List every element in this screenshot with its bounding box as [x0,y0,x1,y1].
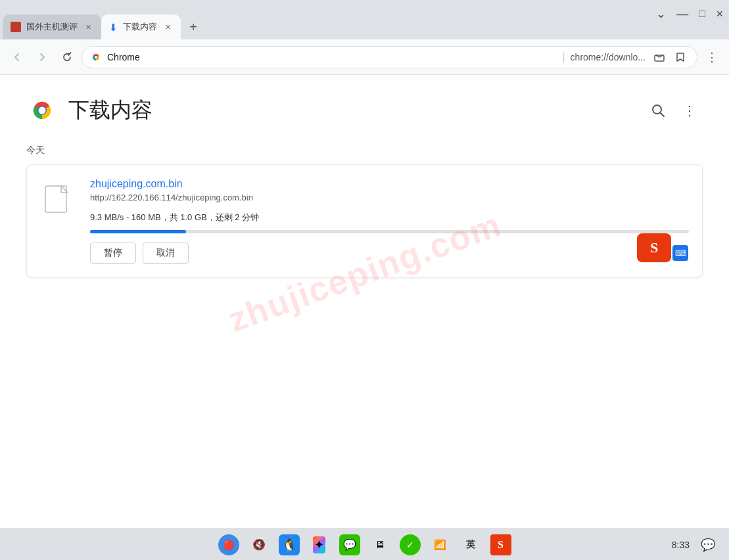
taskbar-wifi[interactable]: 📶 [430,534,451,555]
chevron-down-icon[interactable]: ⌄ [656,7,666,21]
titlebar: 国外主机测评 ✕ ⬇ 下载内容 ✕ + ⌄ — □ ✕ [0,0,729,39]
file-icon [40,181,77,223]
address-divider: | [562,51,565,63]
taskbar-display[interactable]: 🖥 [369,534,390,555]
taskbar-icons: 🔴 🔇 🐧 ✦ 💬 🖥 ✓ 📶 英 S [218,534,511,555]
taskbar-wechat[interactable]: 💬 [339,534,360,555]
section-today: 今天 [26,145,703,156]
page-header: 下载内容 ⋮ [26,75,703,139]
svg-rect-7 [45,186,66,212]
chrome-menu-button[interactable]: ⋮ [701,47,722,68]
download-info: zhujiceping.com.bin http://162.220.166.1… [90,178,689,264]
tab1-label: 国外主机测评 [26,21,78,33]
back-button[interactable] [7,47,28,68]
taskbar: 🔴 🔇 🐧 ✦ 💬 🖥 ✓ 📶 英 S 8:33 [0,528,729,560]
lang-label: 英 [466,539,475,551]
new-tab-button[interactable]: + [183,17,203,37]
address-bar[interactable]: Chrome | chrome://downlo... [82,46,697,68]
svg-line-6 [661,113,665,117]
progress-bar-container [90,230,689,233]
taskbar-lang[interactable]: 英 [460,534,481,555]
tab-inactive[interactable]: 国外主机测评 ✕ [3,14,101,39]
bookmark-button[interactable] [672,49,689,66]
header-actions: ⋮ [645,97,703,124]
tab2-label: 下载内容 [123,21,157,33]
svg-point-1 [95,56,97,58]
download-card: zhujiceping.com.bin http://162.220.166.1… [26,164,703,277]
taskbar-sound[interactable]: 🔇 [248,534,270,555]
window-controls: ⌄ — □ ✕ [656,7,724,21]
share-button[interactable] [651,49,668,66]
taskbar-qq[interactable]: 🐧 [279,534,300,555]
taskbar-chat[interactable]: 💬 [697,534,718,555]
download-actions: 暂停 取消 [90,243,689,264]
tab2-favicon: ⬇ [109,22,118,32]
page-title: 下载内容 [68,96,153,125]
tab1-close[interactable]: ✕ [83,22,93,32]
chrome-logo [26,95,58,126]
close-button[interactable]: ✕ [716,9,724,19]
download-filename[interactable]: zhujiceping.com.bin [90,178,689,190]
download-speed: 9.3 MB/s - 160 MB，共 1.0 GB，还剩 2 分钟 [90,212,689,223]
forward-button[interactable] [32,47,53,68]
more-options-button[interactable]: ⋮ [676,97,703,124]
address-url: chrome://downlo... [571,52,646,62]
taskbar-sogou-input[interactable]: S [490,534,511,555]
page-title-area: 下载内容 [26,95,153,126]
search-button[interactable] [645,97,671,124]
reload-button[interactable] [57,47,78,68]
taskbar-right: 8:33 💬 [661,534,718,555]
tab2-close[interactable]: ✕ [162,22,173,32]
minimize-button[interactable]: — [676,7,688,21]
taskbar-figma[interactable]: ✦ [309,534,330,555]
chrome-icon [90,51,102,63]
tab1-favicon [11,22,21,32]
browser-name-label: Chrome [107,52,557,62]
browser-toolbar: Chrome | chrome://downlo... ⋮ [0,39,729,75]
sogou-input-label: S [498,539,504,551]
taskbar-time: 8:33 [672,540,690,550]
address-icon-group [651,49,689,66]
main-content: zhujiceping.com 下载内容 ⋮ [0,75,729,528]
cancel-button[interactable]: 取消 [143,243,189,264]
sogou-icon: S ⌨ [636,232,689,264]
progress-bar-fill [90,230,186,233]
pause-button[interactable]: 暂停 [90,243,136,264]
download-url: http://162.220.166.114/zhujiceping.com.b… [90,193,689,202]
taskbar-check[interactable]: ✓ [400,534,421,555]
taskbar-bluetooth[interactable]: 🔴 [218,534,239,555]
maximize-button[interactable]: □ [699,8,705,20]
svg-point-4 [39,107,46,114]
tab-active[interactable]: ⬇ 下载内容 ✕ [101,14,181,39]
svg-rect-2 [655,55,664,61]
